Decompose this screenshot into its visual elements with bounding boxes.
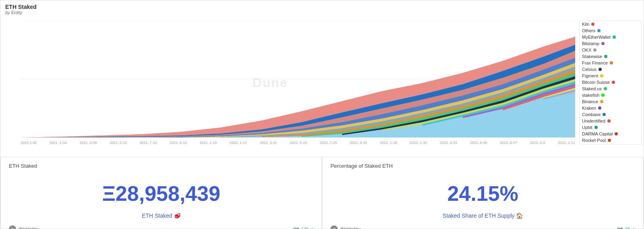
legend-dot — [612, 81, 615, 84]
legend-item[interactable]: Staked.us — [580, 85, 641, 92]
legend-item[interactable]: Others — [580, 27, 641, 34]
legend-item[interactable]: Kraken — [580, 105, 641, 111]
x-label-0: 2020.1-02 — [21, 141, 37, 145]
legend-dot — [603, 113, 606, 116]
username-right: @hildobby — [340, 227, 361, 229]
x-label-11: 2022..9-26 — [350, 141, 367, 145]
x-label-6: 2021..1-15 — [200, 141, 217, 145]
x-label-16: 2023..8-07 — [500, 141, 517, 145]
legend-item[interactable]: Kiln — [580, 21, 641, 27]
staked-pct-title: Percentage of Staked ETH — [330, 163, 635, 169]
legend-dot — [608, 139, 611, 142]
legend-label-text: Kraken — [582, 106, 596, 110]
legend-label-text: Bitstamp — [582, 41, 599, 46]
legend-label-text: DARMA Capital — [582, 131, 613, 136]
chart-title: ETH Staked — [5, 4, 37, 10]
staked-pct-panel: Percentage of Staked ETH 24.15% Staked S… — [322, 157, 644, 229]
legend-dot — [600, 100, 603, 103]
legend-label-text: MyEtherWallet — [582, 35, 611, 40]
legend-dot — [607, 119, 611, 123]
legend-dot — [600, 74, 603, 77]
legend-item[interactable]: Coinbase — [580, 111, 641, 118]
legend-dot — [597, 29, 601, 32]
x-label-12: 2022..1-28 — [380, 141, 397, 145]
legend-item[interactable]: OKX — [580, 47, 641, 53]
legend-label-text: Figment — [582, 73, 598, 78]
x-label-4: 2021..7-12 — [140, 141, 157, 145]
x-label-13: 2023..1-30 — [410, 141, 427, 145]
legend-item[interactable]: Binance — [580, 98, 641, 105]
legend-dot — [601, 94, 605, 97]
legend-item[interactable]: Upbit — [580, 124, 641, 131]
legend-label-text: Upbit — [582, 125, 592, 130]
avatar-left: H — [9, 225, 16, 229]
legend-label-text: Others — [582, 28, 595, 33]
x-label-17: 2023..0-9 — [530, 141, 545, 145]
legend-label-text: Bitcoin Suisse — [582, 80, 610, 85]
time-badge-right: 6h ✓ — [625, 227, 635, 229]
staked-pct-user: H @hildobby — [330, 225, 361, 229]
footer-meta-right: 📷 6h ✓ — [617, 226, 635, 229]
x-label-1: 2021..1-04 — [50, 141, 67, 145]
legend-dot — [598, 106, 601, 110]
legend-label-text: stakefish — [582, 93, 599, 98]
dashboard-wrapper: ETH Staked by Entity 20m 10m 0 Dune — [0, 0, 644, 229]
legend-item[interactable]: Frax Finance — [580, 60, 641, 66]
chart-section: ETH Staked by Entity 20m 10m 0 Dune — [0, 0, 644, 157]
x-label-14: 2023..4-03 — [440, 141, 457, 145]
avatar-right: H — [330, 225, 338, 229]
legend-dot — [604, 87, 607, 90]
legend-label-text: OKX — [582, 48, 591, 52]
legend-item[interactable]: Bitstamp — [580, 40, 641, 47]
x-axis: 2020.1-02 2021..1-04 2021..3-08 2021..5-… — [21, 139, 575, 145]
legend-item[interactable]: Unidentified — [580, 118, 641, 124]
eth-staked-panel-title: ETH Staked — [9, 163, 314, 169]
legend-item[interactable]: Stakewise — [580, 53, 641, 60]
legend-dot — [593, 48, 597, 52]
legend-dot — [594, 126, 598, 129]
x-label-10: 2022..7-25 — [320, 141, 337, 145]
stacked-area-chart — [21, 21, 575, 137]
x-label-18: 2023..2-11 — [558, 141, 575, 145]
camera-icon-right: 📷 — [617, 226, 623, 229]
chart-title-block: ETH Staked by Entity — [5, 4, 37, 15]
legend-item[interactable]: Celsius — [580, 66, 641, 73]
x-label-7: 2022..1-17 — [230, 141, 247, 145]
legend-dot — [613, 35, 616, 39]
legend-label-text: Staked.us — [582, 86, 602, 91]
eth-staked-value: Ξ28,958,439 — [9, 176, 314, 211]
staked-pct-value: 24.15% — [330, 176, 635, 211]
legend-label-text: Coinbase — [582, 112, 601, 117]
footer-meta-left: 📷 14h ✓ — [293, 226, 314, 229]
legend-label-text: Frax Finance — [582, 60, 608, 65]
legend-item[interactable]: DARMA Capital — [580, 131, 641, 137]
legend-panel[interactable]: KilnOthersMyEtherWalletBitstampOKXStakew… — [579, 21, 642, 145]
legend-dot — [599, 68, 602, 71]
staked-pct-footer: H @hildobby 📷 6h ✓ — [330, 225, 635, 229]
staked-pct-label: Staked Share of ETH Supply 🏠 — [330, 212, 635, 219]
legend-label-text: Rocket Pool — [582, 138, 606, 143]
legend-dot — [610, 61, 613, 65]
legend-item[interactable]: MyEtherWallet — [580, 34, 641, 40]
username-left: @hildobby — [18, 227, 39, 229]
legend-dot — [601, 42, 605, 45]
chart-area: Dune — [21, 21, 575, 145]
eth-staked-label: ETH Staked 🥩 — [9, 212, 314, 219]
camera-icon-left: 📷 — [293, 226, 299, 229]
x-label-2: 2021..3-08 — [80, 141, 97, 145]
x-label-9: 2022..5-23 — [290, 141, 307, 145]
legend-item[interactable]: Figment — [580, 73, 641, 79]
legend-item[interactable]: stakefish — [580, 92, 641, 98]
x-label-15: 2023..6-05 — [470, 141, 487, 145]
legend-label-text: Stakewise — [582, 54, 602, 59]
time-badge-left: 14h ✓ — [301, 227, 314, 229]
eth-staked-user: H @hildobby — [9, 225, 39, 229]
chart-subtitle: by Entity — [5, 10, 37, 15]
bottom-panels: ETH Staked Ξ28,958,439 ETH Staked 🥩 H @h… — [0, 157, 644, 229]
legend-item[interactable]: Bitcoin Suisse — [580, 79, 641, 85]
legend-item[interactable]: Rocket Pool — [580, 137, 641, 144]
legend-label-text: Kiln — [582, 22, 589, 27]
eth-staked-panel: ETH Staked Ξ28,958,439 ETH Staked 🥩 H @h… — [0, 157, 322, 229]
x-label-8: 2022..3-21 — [260, 141, 277, 145]
legend-label-text: Binance — [582, 99, 598, 104]
